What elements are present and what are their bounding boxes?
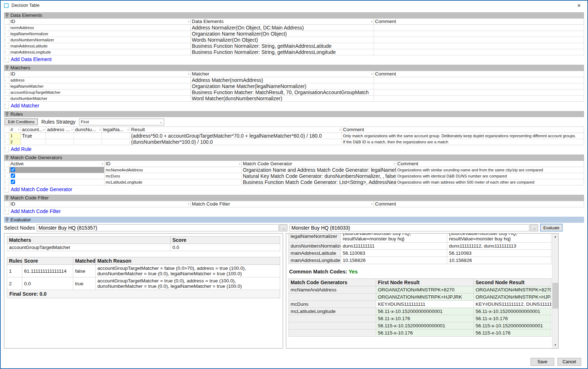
cell-id[interactable]: legalNameMatcher [9, 83, 191, 89]
cell-comment[interactable] [374, 37, 584, 43]
cell-value[interactable]: Organization Name Matcher(legalNameNorma… [191, 83, 374, 89]
cell-comment[interactable]: If the D&B ID is a match, then the organ… [342, 139, 584, 145]
cell-id[interactable]: mainAddressLatitude [9, 43, 191, 49]
column-header-result[interactable]: Result› [130, 127, 342, 133]
active-checkbox[interactable] [11, 167, 15, 172]
column-header-active[interactable]: Active› [9, 161, 105, 167]
scroll-down-icon[interactable]: ▼ [552, 342, 558, 348]
row-selector[interactable]: › [4, 103, 9, 109]
cell-rule-number[interactable]: 1 [9, 133, 21, 139]
cell-address[interactable] [46, 139, 74, 145]
cell-id[interactable]: mcLatitudeLongitude [105, 179, 242, 185]
cell-value[interactable]: Organization Name and Address Match Code… [242, 167, 396, 173]
cell-id[interactable]: accountGroupTargetMatcher [9, 89, 191, 96]
row-selector[interactable]: › [4, 56, 9, 63]
column-header-num[interactable]: #› [9, 127, 21, 133]
column-header-address[interactable]: address ...› [46, 127, 74, 133]
column-header-legal[interactable]: legalNa...› [102, 127, 130, 133]
cell-rule-number[interactable]: 2 [9, 139, 21, 145]
cell-duns[interactable] [74, 139, 102, 145]
row-selector[interactable]: › [4, 173, 9, 179]
cell-comment[interactable] [374, 77, 584, 83]
section-header-match-code-filter[interactable]: Match Code Filter [4, 195, 584, 201]
cell-id[interactable]: mcDuns [105, 173, 242, 179]
row-selector[interactable]: › [4, 139, 9, 145]
row-selector[interactable]: › [4, 77, 9, 83]
row-selector[interactable]: › [4, 31, 9, 37]
cell-id[interactable]: dunsNumberMatcher [9, 96, 191, 102]
cell-address[interactable] [46, 133, 74, 139]
cell-value[interactable]: Business Function Matcher: MatchResult, … [191, 89, 374, 96]
cell-value[interactable]: Words Normalizer(On Object) [191, 37, 374, 43]
column-header-comment[interactable]: Comment [342, 127, 584, 133]
section-header-match-code-generators[interactable]: Match Code Generators [4, 154, 584, 161]
cell-value[interactable]: Business Function Match Code Generator: … [242, 179, 396, 185]
column-header-filter[interactable]: Match Code Filter› [191, 201, 374, 207]
cell-comment[interactable] [374, 89, 584, 96]
row-selector[interactable]: › [4, 83, 9, 89]
column-header-id[interactable]: ID› [9, 71, 191, 77]
add-matcher-link[interactable]: Add Matcher [11, 103, 39, 109]
add-match-code-generator-link[interactable]: Add Match Code Generator [11, 186, 72, 192]
row-selector[interactable]: › [4, 146, 9, 152]
cell-id[interactable]: dunsNumbersNormalizer [9, 37, 191, 43]
cell-value[interactable]: Natural Key Match Code Generator: dunsNu… [242, 173, 396, 179]
vertical-scrollbar[interactable]: ▲ ▼ [552, 234, 558, 348]
row-selector[interactable]: › [4, 186, 9, 193]
row-selector[interactable]: › [4, 133, 9, 139]
rules-strategy-select[interactable]: First ⌄ [79, 119, 164, 125]
evaluate-button[interactable]: Evaluate [540, 224, 562, 231]
row-selector[interactable]: › [4, 179, 9, 185]
first-node-input[interactable] [37, 224, 279, 231]
row-selector[interactable]: › [4, 37, 9, 43]
browse-second-node-button[interactable]: ... [530, 224, 538, 231]
close-icon[interactable]: ✕ [574, 3, 584, 8]
cell-account[interactable] [21, 139, 46, 145]
cell-value[interactable]: Address Matcher(normAddress) [191, 77, 374, 83]
column-header-id[interactable]: ID› [105, 161, 242, 167]
column-header-comment[interactable]: Comment [396, 161, 584, 167]
cell-id[interactable]: address [9, 77, 191, 83]
cell-id[interactable]: mainAddressLongitude [9, 49, 191, 55]
column-header-account[interactable]: account...› [21, 127, 46, 133]
cell-value[interactable]: Organization Name Normalizer(On Object) [191, 31, 374, 37]
cell-comment[interactable] [374, 49, 584, 55]
row-selector[interactable]: › [4, 208, 9, 215]
cell-comment[interactable]: Organizations with main address within 5… [396, 179, 584, 185]
cell-value[interactable]: Business Function Normalizer: String, ge… [191, 49, 374, 55]
add-data-element-link[interactable]: Add Data Element [11, 56, 52, 62]
scrollbar-track[interactable] [552, 240, 558, 342]
column-header-generator[interactable]: Match Code Generator› [242, 161, 396, 167]
cell-value[interactable]: Address Normalizer(On Object, DC:Main Ad… [191, 25, 374, 31]
second-node-input[interactable] [290, 224, 529, 231]
cell-comment[interactable]: Only match organizations with the same a… [342, 133, 584, 139]
browse-first-node-button[interactable]: ... [279, 224, 287, 231]
cell-comment[interactable] [374, 96, 584, 102]
section-header-matchers[interactable]: Matchers [4, 65, 584, 71]
row-selector[interactable]: › [4, 25, 9, 31]
cell-account[interactable]: True [21, 133, 46, 139]
column-header-duns[interactable]: dunsNu...› [74, 127, 102, 133]
cell-value[interactable]: Word Matcher(dunsNumbersNormalizer) [191, 96, 374, 102]
add-match-code-filter-link[interactable]: Add Match Code Filter [11, 208, 61, 214]
cell-id[interactable]: legalNameNormalizer [9, 31, 191, 37]
cell-id[interactable]: normAddress [9, 25, 191, 31]
cell-legal[interactable] [102, 133, 130, 139]
row-selector[interactable]: › [4, 49, 9, 55]
row-selector[interactable]: › [4, 89, 9, 96]
column-header-matcher[interactable]: Matcher› [191, 71, 374, 77]
column-header-id[interactable]: ID› [9, 201, 191, 207]
section-header-evaluator[interactable]: Evaluator [4, 217, 584, 223]
cell-duns[interactable] [74, 133, 102, 139]
row-selector[interactable]: › [4, 43, 9, 49]
cell-id[interactable]: mcNameAndAddress [105, 167, 242, 173]
column-header-comment[interactable]: Comment [374, 19, 584, 25]
cancel-button[interactable]: Cancel [557, 358, 581, 366]
section-header-rules[interactable]: Rules [4, 111, 584, 117]
cell-comment[interactable]: Organizations with identical D&B DUNS nu… [396, 173, 584, 179]
edit-conditions-button[interactable]: Edit Conditions [5, 119, 38, 125]
scrollbar-thumb[interactable] [552, 283, 558, 309]
column-header-value[interactable]: Data Elements› [191, 19, 374, 25]
section-header-data-elements[interactable]: Data Elements [4, 12, 584, 18]
cell-comment[interactable] [374, 43, 584, 49]
